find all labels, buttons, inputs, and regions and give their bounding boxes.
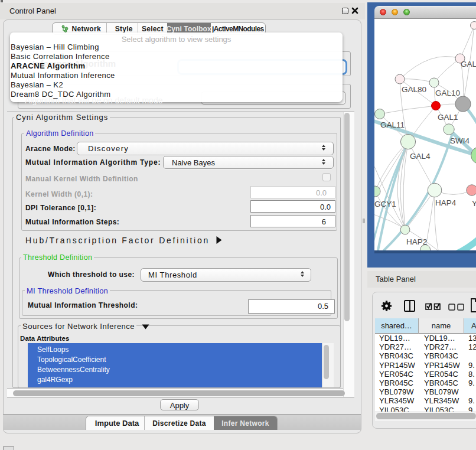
svg-text:GAL4: GAL4 xyxy=(410,152,431,161)
svg-text:GAL80: GAL80 xyxy=(402,85,426,94)
svg-text:GCY1: GCY1 xyxy=(374,200,396,208)
svg-text:HAP2: HAP2 xyxy=(406,237,427,246)
svg-text:Y: Y xyxy=(472,199,476,208)
svg-text:GAL11: GAL11 xyxy=(380,120,405,129)
svg-text:GAL10: GAL10 xyxy=(435,89,460,97)
svg-text:GAL7: GAL7 xyxy=(461,60,476,69)
svg-text:GAL1: GAL1 xyxy=(438,113,458,122)
svg-text:HAP4: HAP4 xyxy=(435,198,457,207)
svg-text:SWI4: SWI4 xyxy=(450,136,470,145)
